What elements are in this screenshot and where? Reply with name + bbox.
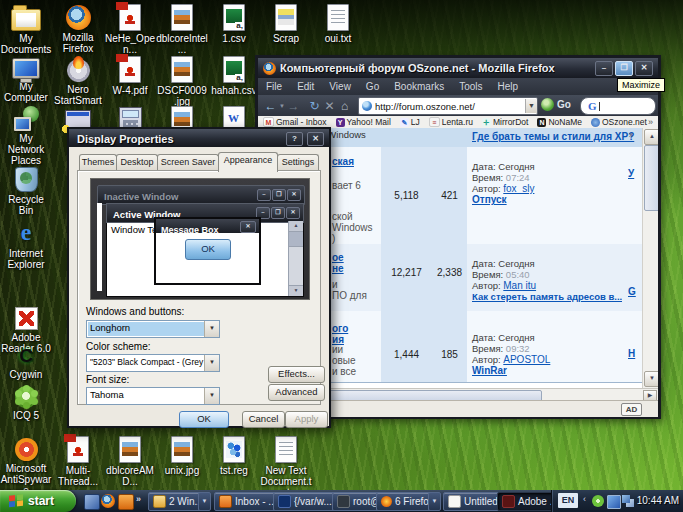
menu-bookmarks[interactable]: Bookmarks bbox=[394, 81, 444, 92]
taskbar-button-adobe[interactable]: Adobe ... bbox=[497, 492, 555, 511]
taskbar-button-inbox[interactable]: Inbox - ... bbox=[214, 492, 279, 511]
windows-and-buttons-select[interactable]: Longhorn▼ bbox=[86, 320, 220, 338]
display-tray-icon[interactable] bbox=[607, 495, 621, 509]
scroll-down-icon[interactable]: ▼ bbox=[644, 371, 658, 387]
edge-fragment[interactable]: G bbox=[628, 286, 636, 297]
menu-file[interactable]: File bbox=[266, 81, 282, 92]
chevron-down-icon[interactable]: ▼ bbox=[204, 321, 219, 337]
menu-go[interactable]: Go bbox=[366, 81, 379, 92]
lastpost-thread-link[interactable]: Как стереть память адресов в... bbox=[472, 291, 622, 302]
back-dropdown-icon[interactable]: ▼ bbox=[278, 98, 286, 114]
tab-appearance[interactable]: Appearance bbox=[218, 152, 278, 172]
close-button[interactable] bbox=[635, 61, 653, 76]
tab-desktop[interactable]: Desktop bbox=[116, 154, 158, 171]
stop-icon[interactable]: ✕ bbox=[322, 98, 337, 114]
quicklaunch-app-icon[interactable] bbox=[118, 494, 134, 510]
desktop-icon-dscf0009-jpg[interactable]: DSCF0009.jpg bbox=[156, 56, 208, 107]
address-bar[interactable]: http://forum.oszone.net/ ▼ bbox=[358, 97, 538, 115]
home-icon[interactable]: ⌂ bbox=[337, 98, 352, 114]
forum-link-fragment[interactable]: ская bbox=[332, 156, 354, 167]
font-size-select[interactable]: Tahoma▼ bbox=[86, 387, 220, 405]
desktop-icon-recycle-bin[interactable]: Recycle Bin bbox=[0, 164, 52, 216]
bookmark-lj[interactable]: ✎LJ bbox=[400, 117, 420, 127]
scroll-up-icon[interactable]: ▲ bbox=[644, 129, 658, 145]
tab-themes[interactable]: Themes bbox=[79, 154, 117, 171]
firefox-titlebar[interactable]: Компьютерный форум OSzone.net - Mozilla … bbox=[258, 58, 658, 78]
scrollbar-thumb[interactable] bbox=[644, 145, 658, 211]
forward-icon[interactable]: → bbox=[286, 98, 301, 114]
adblock-badge[interactable]: AD bbox=[621, 403, 642, 416]
lastpost-thread-link[interactable]: WinRar bbox=[472, 365, 507, 376]
quicklaunch-firefox-icon[interactable] bbox=[101, 494, 115, 508]
desktop-icon-cygwin[interactable]: Cygwin bbox=[0, 345, 52, 380]
bookmark-lenta[interactable]: ≡Lenta.ru bbox=[429, 117, 473, 127]
desktop-icon-nero-startsmart[interactable]: Nero StartSmart bbox=[52, 56, 104, 106]
clock[interactable]: 10:44 AM bbox=[637, 495, 679, 506]
quicklaunch-desktop-icon[interactable] bbox=[84, 494, 100, 510]
ok-button[interactable]: OK bbox=[179, 411, 229, 428]
desktop-icon-scrap[interactable]: Scrap bbox=[260, 4, 312, 44]
icq-tray-icon[interactable] bbox=[592, 495, 604, 507]
menu-edit[interactable]: Edit bbox=[297, 81, 314, 92]
desktop-icon-tst-reg[interactable]: tst.reg bbox=[208, 436, 260, 476]
tab-settings[interactable]: Settings bbox=[277, 154, 319, 171]
desktop-icon-multi-thread-pdf[interactable]: Multi-Thread... bbox=[52, 436, 104, 487]
menu-view[interactable]: View bbox=[329, 81, 351, 92]
close-button[interactable] bbox=[307, 132, 324, 146]
menu-tools[interactable]: Tools bbox=[459, 81, 482, 92]
desktop-icon-dblcoreamd[interactable]: dblcoreAMD... bbox=[104, 436, 156, 487]
forum-lastpost-link[interactable]: Где брать темы и стили для XP? bbox=[472, 131, 634, 142]
desktop-icon-my-documents[interactable]: My Documents bbox=[0, 4, 52, 55]
edge-fragment[interactable]: У bbox=[628, 168, 634, 179]
quicklaunch-overflow-chevron[interactable]: » bbox=[136, 494, 141, 504]
effects-button[interactable]: Effects... bbox=[268, 366, 325, 383]
bookmark-gmail[interactable]: MGmail - Inbox bbox=[263, 117, 327, 127]
lastpost-thread-link[interactable]: Отпуск bbox=[472, 194, 507, 205]
start-button[interactable]: start bbox=[0, 490, 76, 512]
bookmark-oszone[interactable]: OSzone.net bbox=[591, 117, 647, 127]
taskbar-button-var-w[interactable]: {/var/w... bbox=[273, 492, 338, 511]
desktop-icon-w4-pdf[interactable]: W-4.pdf bbox=[104, 56, 156, 96]
desktop-icon-internet-explorer[interactable]: Internet Explorer bbox=[0, 220, 52, 270]
taskbar-button-untitled[interactable]: Untitled... bbox=[443, 492, 503, 511]
forum-link-fragment[interactable]: ого bbox=[332, 323, 348, 334]
advanced-button[interactable]: Advanced bbox=[268, 384, 325, 401]
minimize-button[interactable] bbox=[595, 61, 613, 76]
tab-screen-saver[interactable]: Screen Saver bbox=[157, 154, 219, 171]
edge-fragment[interactable]: Н bbox=[628, 348, 635, 359]
desktop-icon-microsoft-antispyware[interactable]: Microsoft AntiSpyware bbox=[0, 436, 52, 496]
desktop-icon-mozilla-firefox[interactable]: Mozilla Firefox bbox=[52, 4, 104, 54]
chevron-down-icon[interactable]: ▼ bbox=[204, 388, 219, 404]
taskbar-group-dropdown-icon[interactable]: ▼ bbox=[198, 492, 211, 511]
desktop-icon-nehe-open[interactable]: NeHe_Open... bbox=[104, 4, 156, 55]
bookmarks-overflow-chevron[interactable]: » bbox=[648, 116, 653, 128]
desktop-icon-my-network-places[interactable]: My Network Places bbox=[0, 106, 52, 166]
go-button[interactable]: Go bbox=[541, 98, 571, 111]
desktop-icon-unix-jpg[interactable]: unix.jpg bbox=[156, 436, 208, 476]
chevron-down-icon[interactable]: ▼ bbox=[204, 355, 219, 371]
cancel-button[interactable]: Cancel bbox=[242, 411, 285, 428]
desktop-icon-hahah-csv[interactable]: hahah.csv bbox=[208, 56, 260, 96]
deskt op-icon-icq[interactable]: ICQ 5 bbox=[0, 384, 52, 421]
tray-collapse-chevron[interactable]: ‹ bbox=[583, 494, 586, 504]
apply-button[interactable]: Apply bbox=[285, 411, 328, 428]
bookmark-noname[interactable]: NNoNaMe bbox=[537, 117, 582, 127]
taskbar-group-dropdown-icon[interactable]: ▼ bbox=[428, 492, 441, 511]
taskbar-button-firefox-group[interactable]: 6 Firefox bbox=[376, 492, 436, 511]
dialog-titlebar[interactable]: Display Properties bbox=[69, 129, 329, 147]
help-button[interactable] bbox=[286, 132, 303, 146]
desktop-icon-dblcoreintel[interactable]: dblcoreIntel... bbox=[156, 4, 208, 55]
edge-fragment[interactable]: x bbox=[629, 130, 633, 139]
forum-link-fragment[interactable]: не bbox=[332, 263, 344, 274]
search-input[interactable]: G bbox=[580, 97, 656, 115]
desktop-icon-new-text-document[interactable]: New Text Document.txt bbox=[260, 436, 312, 498]
vertical-scrollbar[interactable]: ▲ ▼ bbox=[642, 128, 658, 388]
color-scheme-select[interactable]: "5203" Black Compact - (Grey Text)▼ bbox=[86, 354, 220, 372]
desktop-icon-1csv[interactable]: 1.csv bbox=[208, 4, 260, 44]
url-dropdown-icon[interactable]: ▼ bbox=[525, 99, 537, 113]
desktop-icon-my-computer[interactable]: My Computer bbox=[0, 56, 52, 103]
network-tray-icon[interactable] bbox=[622, 495, 634, 507]
maximize-button[interactable] bbox=[615, 61, 633, 76]
desktop-icon-oui-txt[interactable]: oui.txt bbox=[312, 4, 364, 44]
bookmark-mirrordot[interactable]: ✛MirrorDot bbox=[482, 117, 528, 127]
